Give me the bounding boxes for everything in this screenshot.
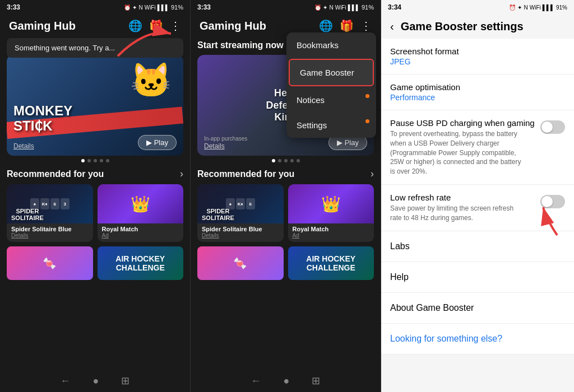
settings-row-screenshot[interactable]: Screenshot format JPEG bbox=[381, 39, 574, 74]
settings-row-optimisation[interactable]: Game optimisation Performance bbox=[381, 74, 574, 110]
notices-label: Notices bbox=[297, 95, 325, 105]
settings-content: Screenshot format JPEG Game optimisation… bbox=[381, 39, 574, 392]
toast-text: Something went wrong. Try a... bbox=[15, 44, 115, 52]
globe-icon[interactable]: 🌐 bbox=[128, 19, 142, 32]
dot-1 bbox=[81, 159, 85, 162]
spider-name-1: Spider Solitaire Blue bbox=[11, 226, 89, 232]
low-refresh-toggle[interactable] bbox=[540, 195, 565, 208]
nfc-icon-2: N bbox=[329, 4, 333, 11]
globe-icon-2[interactable]: 🌐 bbox=[319, 19, 333, 32]
settings-row-about[interactable]: About Game Booster bbox=[381, 293, 574, 324]
bottom-thumbnails-2: 🍬 AIR HOCKEY CHALLENGE bbox=[191, 242, 381, 280]
hero-play-btn-1[interactable]: ▶ Play bbox=[138, 135, 177, 150]
header-icons-2: 🌐 🎁 ⋮ bbox=[319, 19, 372, 32]
royal-game-img-1: 👑 bbox=[98, 184, 184, 223]
card-chip: 3 bbox=[61, 198, 70, 209]
hockey-label-2: AIR HOCKEY CHALLENGE bbox=[288, 246, 374, 280]
settings-row-looking[interactable]: Looking for something else? bbox=[381, 324, 574, 354]
thumb-hockey-2[interactable]: AIR HOCKEY CHALLENGE bbox=[288, 246, 374, 280]
card-chip: 6 bbox=[50, 198, 59, 209]
hero-details-1[interactable]: Details bbox=[13, 142, 34, 150]
bluetooth-icon-2: ✦ bbox=[323, 4, 327, 11]
dot-2-4 bbox=[290, 159, 294, 162]
spider-game-img-2: ♠ K♦ 6 SPIDERSOLITAIRE bbox=[197, 184, 284, 223]
app-title-2: Gaming Hub bbox=[200, 20, 266, 32]
royal-emoji-2: 👑 bbox=[321, 195, 341, 213]
settings-battery: 91% bbox=[556, 4, 567, 11]
home-nav-icon-1[interactable]: ● bbox=[93, 375, 99, 387]
back-nav-icon-2[interactable]: ← bbox=[251, 375, 261, 387]
game-card-spider-2[interactable]: ♠ K♦ 6 SPIDERSOLITAIRE Spider Solitaire … bbox=[197, 184, 284, 242]
more-options-icon[interactable]: ⋮ bbox=[170, 19, 181, 32]
settings-row-low-refresh[interactable]: Low refresh rate Save power by limiting … bbox=[381, 185, 574, 231]
alarm-icon: ⏰ bbox=[124, 4, 131, 11]
settings-alarm-icon: ⏰ bbox=[509, 4, 516, 11]
royal-info-2: Royal Match Ad bbox=[288, 223, 374, 242]
pause-usb-toggle[interactable] bbox=[540, 120, 565, 134]
candy-icon-2: 🍬 bbox=[197, 246, 284, 280]
settings-nfc-icon: N bbox=[524, 4, 527, 11]
panel-1: 3:33 ⏰ ✦ N WiFi ▌▌▌ 91% Gaming Hub 🌐 🎁 ⋮… bbox=[0, 0, 191, 392]
spider-title-2: SPIDERSOLITAIRE bbox=[202, 208, 234, 221]
candy-icon: 🍬 bbox=[7, 246, 93, 280]
dots-row-1 bbox=[7, 159, 183, 162]
about-label: About Game Booster bbox=[390, 303, 474, 312]
settings-label: Settings bbox=[297, 120, 327, 130]
dropdown-notices[interactable]: Notices bbox=[286, 87, 376, 113]
low-refresh-toggle-wrap[interactable] bbox=[540, 195, 565, 208]
recents-nav-icon-2[interactable]: ⊞ bbox=[312, 375, 320, 387]
dot-5 bbox=[106, 159, 109, 162]
royal-name-2: Royal Match bbox=[293, 226, 370, 232]
monkey-character: 🐱 bbox=[130, 60, 172, 100]
nav-bar-1: ← ● ⊞ bbox=[0, 370, 190, 392]
dropdown-menu: Bookmarks Game Booster Notices Settings bbox=[286, 32, 376, 138]
help-label: Help bbox=[390, 272, 409, 282]
thumb-candy-1[interactable]: 🍬 bbox=[7, 246, 93, 280]
thumb-candy-2[interactable]: 🍬 bbox=[197, 246, 284, 280]
rec-chevron-2[interactable]: › bbox=[371, 168, 374, 180]
pause-usb-toggle-wrap[interactable] bbox=[540, 120, 565, 134]
gift-icon[interactable]: 🎁 bbox=[149, 19, 163, 32]
status-icons-2: ⏰ ✦ N WiFi ▌▌▌ 91% bbox=[314, 4, 374, 11]
more-options-icon-2[interactable]: ⋮ bbox=[360, 19, 372, 32]
hero-card-1[interactable]: 🐱 MONKEYSTI₵K Details ▶ Play bbox=[7, 55, 183, 156]
spider-name-2: Spider Solitaire Blue bbox=[202, 226, 279, 232]
spider-game-img-1: ♠ K♦ 6 3 SPIDERSOLITAIRE bbox=[7, 184, 93, 223]
app-header-1: Gaming Hub 🌐 🎁 ⋮ bbox=[0, 15, 190, 37]
settings-row-pause-usb[interactable]: Pause USB PD charging when gaming To pre… bbox=[381, 110, 574, 185]
hero-section-1: Start 🐱 MONKEYSTI₵K Details ▶ Play bbox=[0, 40, 190, 166]
spider-info-1: Spider Solitaire Blue Details bbox=[7, 223, 93, 242]
hero-details-2[interactable]: Details bbox=[204, 142, 225, 150]
header-icons-1: 🌐 🎁 ⋮ bbox=[128, 19, 181, 32]
bookmarks-label: Bookmarks bbox=[297, 40, 339, 50]
home-nav-icon-2[interactable]: ● bbox=[284, 375, 290, 387]
pause-usb-left: Pause USB PD charging when gaming To pre… bbox=[390, 118, 540, 176]
game-card-royal-1[interactable]: 👑 Royal Match Ad bbox=[98, 184, 184, 242]
bottom-thumbnails-1: 🍬 AIR HOCKEY CHALLENGE bbox=[0, 242, 190, 280]
recents-nav-icon-1[interactable]: ⊞ bbox=[121, 375, 129, 387]
game-card-spider-1[interactable]: ♠ K♦ 6 3 SPIDERSOLITAIRE Spider Solitair… bbox=[7, 184, 93, 242]
wifi-icon: WiFi bbox=[145, 4, 156, 11]
thumb-hockey-1[interactable]: AIR HOCKEY CHALLENGE bbox=[98, 246, 184, 280]
panel-3: 3:34 ⏰ ✦ N WiFi ▌▌▌ 91% ‹ Game Booster s… bbox=[381, 0, 574, 392]
nfc-icon: N bbox=[138, 4, 142, 11]
royal-info-1: Royal Match Ad bbox=[98, 223, 184, 242]
game-card-royal-2[interactable]: 👑 Royal Match Ad bbox=[288, 184, 374, 242]
dot-2-5 bbox=[297, 159, 300, 162]
settings-title: Game Booster settings bbox=[401, 20, 524, 33]
optimisation-label: Game optimisation bbox=[390, 82, 559, 92]
settings-row-labs[interactable]: Labs bbox=[381, 231, 574, 262]
settings-back-btn[interactable]: ‹ bbox=[390, 20, 394, 33]
card-chip-2b: K♦ bbox=[236, 198, 245, 209]
panel-2: 3:33 ⏰ ✦ N WiFi ▌▌▌ 91% Gaming Hub 🌐 🎁 ⋮… bbox=[191, 0, 381, 392]
dropdown-game-booster[interactable]: Game Booster bbox=[289, 59, 374, 86]
rec-chevron-1[interactable]: › bbox=[180, 168, 183, 180]
settings-row-help[interactable]: Help bbox=[381, 262, 574, 293]
dropdown-settings[interactable]: Settings bbox=[286, 113, 376, 138]
gift-icon-2[interactable]: 🎁 bbox=[340, 19, 354, 32]
recommended-section-1: Recommended for you › ♠ K♦ 6 3 SPIDERSOL… bbox=[0, 168, 190, 242]
dropdown-bookmarks[interactable]: Bookmarks bbox=[286, 32, 376, 58]
dot-2-2 bbox=[278, 159, 281, 162]
royal-sub-1: Ad bbox=[102, 232, 179, 239]
back-nav-icon-1[interactable]: ← bbox=[61, 375, 71, 387]
